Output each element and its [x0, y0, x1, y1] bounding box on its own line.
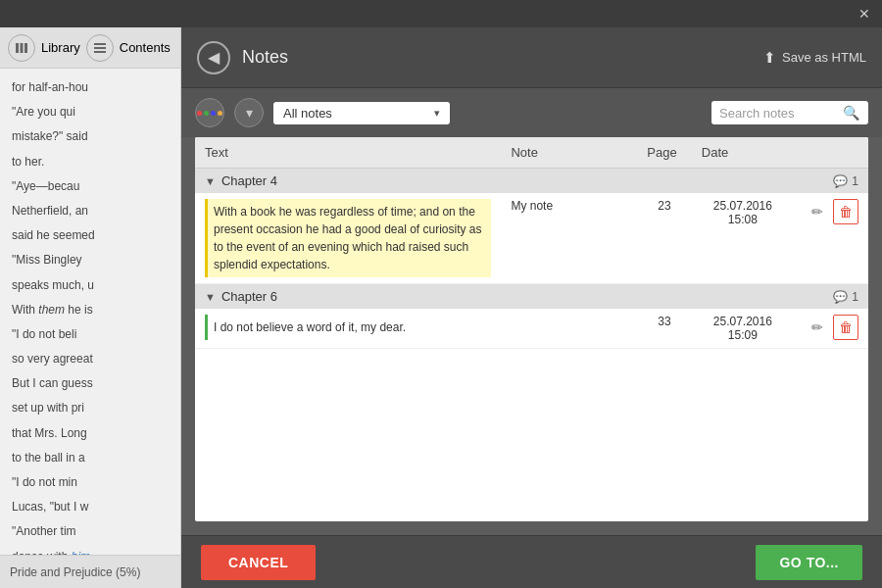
search-icon: 🔍 — [843, 105, 859, 121]
chapter-4-count: 💬 1 — [833, 174, 858, 188]
note-content-cell — [501, 309, 637, 349]
note-actions-cell: ✏ 🗑 — [794, 193, 868, 284]
dots-icon — [197, 111, 222, 116]
col-header-page: Page — [637, 137, 692, 169]
library-label: Library — [41, 40, 80, 55]
contents-label: Contents — [120, 40, 171, 55]
all-notes-label: All notes — [283, 106, 426, 121]
all-notes-dropdown[interactable]: All notes ▾ — [273, 102, 450, 124]
title-bar: ✕ — [0, 0, 882, 27]
dropdown-toggle-button[interactable]: ▾ — [234, 98, 264, 127]
delete-note-button[interactable]: 🗑 — [833, 315, 858, 340]
col-header-actions — [794, 137, 868, 169]
svg-rect-3 — [94, 43, 106, 45]
svg-rect-4 — [94, 47, 106, 49]
main-container: Library Contents for half-an-hou "Are yo… — [0, 27, 882, 588]
edit-note-button[interactable]: ✏ — [805, 199, 830, 224]
chapter-6-count-value: 1 — [852, 290, 858, 304]
filter-icon-button[interactable] — [195, 98, 224, 127]
notes-table: Text Note Page Date ▼ — [195, 137, 868, 349]
chapter-4-count-value: 1 — [852, 174, 858, 188]
col-header-note: Note — [501, 137, 637, 169]
note-content-cell: My note — [501, 193, 637, 284]
search-box: 🔍 — [711, 101, 868, 124]
filter-bar: ▾ All notes ▾ 🔍 — [181, 88, 882, 137]
note-actions-cell: ✏ 🗑 — [794, 309, 868, 349]
chapter-expand-icon[interactable]: ▼ — [205, 175, 216, 187]
chapter-4-label: Chapter 4 — [221, 173, 277, 188]
col-header-date: Date — [692, 137, 794, 169]
sidebar: Library Contents for half-an-hou "Are yo… — [0, 27, 181, 588]
notes-header: ◀ Notes ⬆ Save as HTML — [181, 27, 882, 88]
library-icon-btn[interactable] — [8, 34, 35, 62]
note-date-cell: 25.07.201615:08 — [692, 193, 794, 284]
svg-rect-0 — [16, 43, 19, 53]
table-row: I do not believe a word of it, my dear. … — [195, 309, 868, 349]
sidebar-header: Library Contents — [0, 27, 180, 69]
chapter-label-group: ▼ Chapter 4 — [205, 173, 277, 188]
note-page-cell: 33 — [637, 309, 692, 349]
col-header-text: Text — [195, 137, 501, 169]
sidebar-text-content: for half-an-hou "Are you qui mistake?" s… — [0, 69, 180, 555]
save-html-button[interactable]: ⬆ Save as HTML — [763, 49, 866, 67]
save-html-label: Save as HTML — [782, 50, 866, 65]
svg-rect-2 — [24, 43, 27, 53]
delete-note-button[interactable]: 🗑 — [833, 199, 858, 224]
back-button[interactable]: ◀ — [197, 41, 230, 74]
save-icon: ⬆ — [763, 49, 776, 67]
search-input[interactable] — [719, 106, 837, 121]
comment-icon: 💬 — [833, 290, 848, 304]
chapter-6-label: Chapter 6 — [221, 289, 277, 304]
svg-rect-5 — [94, 51, 106, 53]
edit-note-button[interactable]: ✏ — [805, 315, 830, 340]
notes-panel: ◀ Notes ⬆ Save as HTML ▾ All — [181, 27, 882, 588]
note-text-cell: I do not believe a word of it, my dear. — [195, 309, 501, 349]
note-plain-text: I do not believe a word of it, my dear. — [205, 315, 491, 340]
note-highlighted-text: With a book he was regardless of time; a… — [205, 199, 491, 277]
chapter-6-count: 💬 1 — [833, 290, 858, 304]
cancel-button[interactable]: CANCEL — [201, 545, 316, 580]
chapter-expand-icon[interactable]: ▼ — [205, 291, 216, 303]
chapter-row: ▼ Chapter 4 💬 1 — [195, 169, 868, 194]
note-page-cell: 23 — [637, 193, 692, 284]
note-date-cell: 25.07.201615:09 — [692, 309, 794, 349]
table-row: With a book he was regardless of time; a… — [195, 193, 868, 284]
svg-rect-1 — [21, 43, 24, 53]
book-progress: Pride and Prejudice (5%) — [0, 555, 180, 588]
notes-title: Notes — [242, 47, 752, 68]
goto-button[interactable]: GO TO... — [756, 545, 862, 580]
table-header-row: Text Note Page Date — [195, 137, 868, 169]
chapter-label-group: ▼ Chapter 6 — [205, 289, 277, 304]
notes-table-container: Text Note Page Date ▼ — [195, 137, 868, 521]
chapter-row: ▼ Chapter 6 💬 1 — [195, 284, 868, 310]
contents-icon-btn[interactable] — [86, 34, 114, 62]
close-button[interactable]: ✕ — [855, 4, 874, 24]
bottom-bar: CANCEL GO TO... — [181, 535, 882, 588]
note-text-cell: With a book he was regardless of time; a… — [195, 193, 501, 284]
dropdown-arrow-icon: ▾ — [434, 107, 440, 120]
comment-icon: 💬 — [833, 174, 848, 188]
